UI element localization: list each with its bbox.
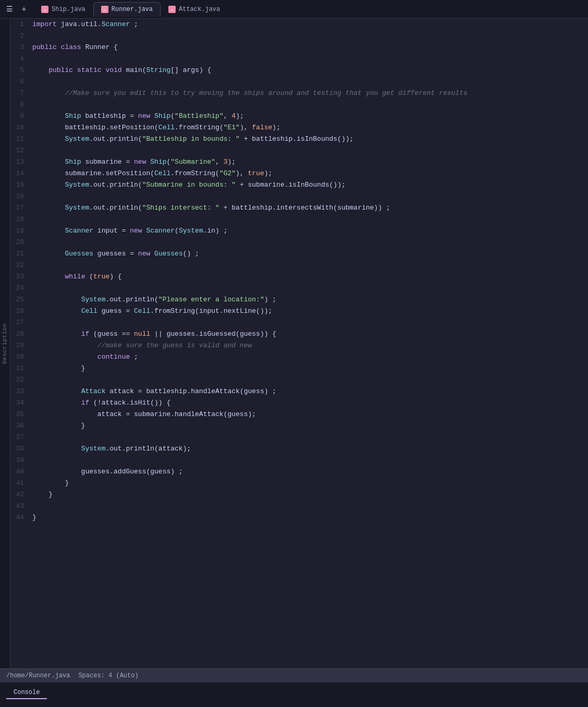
line-number: 5 xyxy=(10,65,32,76)
code-line: 16 xyxy=(10,191,588,202)
code-line: 31 } xyxy=(10,363,588,374)
line-number: 30 xyxy=(10,351,32,363)
side-label-panel: Description xyxy=(0,19,10,668)
code-line: 18 xyxy=(10,214,588,225)
line-number: 26 xyxy=(10,306,32,317)
code-line: 14 submarine.setPosition(Cell.fromString… xyxy=(10,168,588,179)
code-line: 8 xyxy=(10,99,588,111)
code-line: 32 xyxy=(10,374,588,386)
code-line: 37 xyxy=(10,432,588,443)
line-number: 6 xyxy=(10,76,32,88)
line-content: if (!attack.isHit()) { xyxy=(32,397,588,409)
line-number: 29 xyxy=(10,340,32,351)
line-number: 39 xyxy=(10,455,32,466)
line-content: Ship battleship = new Ship("Battleship",… xyxy=(32,111,588,122)
line-number: 43 xyxy=(10,501,32,512)
line-number: 11 xyxy=(10,133,32,145)
code-line: 44} xyxy=(10,512,588,523)
line-number: 25 xyxy=(10,294,32,306)
code-lines: 1import java.util.Scanner ;23public clas… xyxy=(10,19,588,523)
line-content: continue ; xyxy=(32,351,588,363)
code-line: 22 xyxy=(10,260,588,271)
line-number: 18 xyxy=(10,214,32,225)
line-number: 33 xyxy=(10,386,32,397)
code-editor[interactable]: 1import java.util.Scanner ;23public clas… xyxy=(10,19,588,668)
code-line: 25 System.out.println("Please enter a lo… xyxy=(10,294,588,306)
code-line: 10 battleship.setPosition(Cell.fromStrin… xyxy=(10,122,588,133)
code-line: 30 continue ; xyxy=(10,351,588,363)
code-line: 38 System.out.println(attack); xyxy=(10,443,588,455)
line-content: System.out.println("Battleship in bounds… xyxy=(32,133,588,145)
code-line: 21 Guesses guesses = new Guesses() ; xyxy=(10,248,588,260)
line-content: } xyxy=(32,478,588,489)
top-bar-icons: ☰ + xyxy=(4,4,29,15)
line-number: 36 xyxy=(10,420,32,432)
line-number: 13 xyxy=(10,156,32,168)
code-line: 6 xyxy=(10,76,588,88)
main-layout: Description 1import java.util.Scanner ;2… xyxy=(0,19,588,668)
line-content: public static void main(String[] args) { xyxy=(32,65,588,76)
code-line: 1import java.util.Scanner ; xyxy=(10,19,588,30)
code-line: 33 Attack attack = battleship.handleAtta… xyxy=(10,386,588,397)
console-tab[interactable]: Console xyxy=(6,687,47,699)
line-number: 3 xyxy=(10,42,32,53)
line-number: 1 xyxy=(10,19,32,30)
side-label-text: Description xyxy=(2,323,8,364)
code-line: 11 System.out.println("Battleship in bou… xyxy=(10,133,588,145)
line-number: 27 xyxy=(10,317,32,328)
line-number: 10 xyxy=(10,122,32,133)
line-number: 42 xyxy=(10,489,32,501)
line-content: while (true) { xyxy=(32,271,588,283)
tab-runner[interactable]: ☕ Runner.java xyxy=(93,2,161,17)
line-content: import java.util.Scanner ; xyxy=(32,19,588,30)
code-line: 43 xyxy=(10,501,588,512)
line-number: 40 xyxy=(10,466,32,478)
line-content: } xyxy=(32,363,588,374)
line-number: 44 xyxy=(10,512,32,523)
bottom-tabs: Console xyxy=(0,682,588,699)
spaces-info: Spaces: 4 (Auto) xyxy=(78,672,138,679)
code-line: 41 } xyxy=(10,478,588,489)
line-content: } xyxy=(32,512,588,523)
code-line: 36 } xyxy=(10,420,588,432)
line-content: battleship.setPosition(Cell.fromString("… xyxy=(32,122,588,133)
line-number: 32 xyxy=(10,374,32,386)
line-number: 15 xyxy=(10,179,32,191)
tab-ship-label: Ship.java xyxy=(52,6,85,13)
code-line: 20 xyxy=(10,237,588,248)
line-number: 31 xyxy=(10,363,32,374)
tab-ship[interactable]: ☕ Ship.java xyxy=(33,2,93,17)
line-number: 2 xyxy=(10,30,32,42)
line-number: 12 xyxy=(10,145,32,156)
code-line: 2 xyxy=(10,30,588,42)
code-line: 26 Cell guess = Cell.fromString(input.ne… xyxy=(10,306,588,317)
attack-java-icon: ☕ xyxy=(168,6,176,13)
line-content: Scanner input = new Scanner(System.in) ; xyxy=(32,225,588,237)
tabs-container: ☕ Ship.java ☕ Runner.java ☕ Attack.java xyxy=(33,2,584,17)
line-number: 34 xyxy=(10,397,32,409)
line-content: Ship submarine = new Ship("Submarine", 3… xyxy=(32,156,588,168)
line-number: 24 xyxy=(10,283,32,294)
code-line: 23 while (true) { xyxy=(10,271,588,283)
line-content: } xyxy=(32,489,588,501)
code-line: 42 } xyxy=(10,489,588,501)
code-line: 35 attack = submarine.handleAttack(guess… xyxy=(10,409,588,420)
line-number: 37 xyxy=(10,432,32,443)
code-line: 12 xyxy=(10,145,588,156)
code-line: 15 System.out.println("Submarine in boun… xyxy=(10,179,588,191)
line-content: submarine.setPosition(Cell.fromString("G… xyxy=(32,168,588,179)
line-number: 22 xyxy=(10,260,32,271)
menu-icon[interactable]: ☰ xyxy=(4,4,15,15)
new-tab-icon[interactable]: + xyxy=(19,4,29,15)
line-number: 41 xyxy=(10,478,32,489)
line-number: 17 xyxy=(10,202,32,214)
line-content: } xyxy=(32,420,588,432)
tab-attack[interactable]: ☕ Attack.java xyxy=(161,2,228,17)
code-line: 34 if (!attack.isHit()) { xyxy=(10,397,588,409)
code-line: 9 Ship battleship = new Ship("Battleship… xyxy=(10,111,588,122)
line-number: 28 xyxy=(10,328,32,340)
line-content: Attack attack = battleship.handleAttack(… xyxy=(32,386,588,397)
line-number: 16 xyxy=(10,191,32,202)
line-number: 7 xyxy=(10,88,32,99)
line-content: System.out.println("Ships intersect: " +… xyxy=(32,202,588,214)
